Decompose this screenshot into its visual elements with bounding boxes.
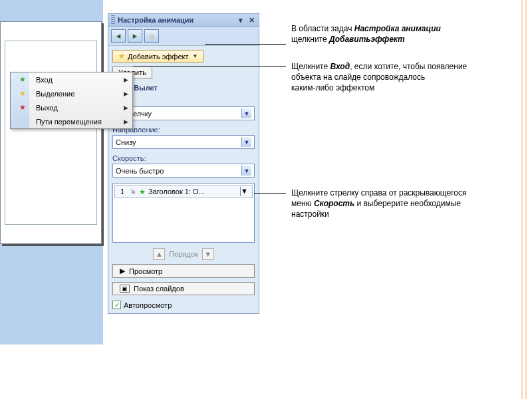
preview-button[interactable]: ▶ Просмотр [112,264,255,278]
speed-select[interactable]: Очень быстро ▼ [112,164,255,178]
star-icon: ☆ [19,117,26,126]
direction-label: Направление: [112,126,255,134]
change-effect-label: ение: Вылет [112,84,255,92]
chevron-right-icon: ▶ [124,76,128,83]
grip-icon [111,15,115,25]
star-icon: ★ [19,103,26,112]
leader-line [254,193,286,194]
annotation-2: Щелкните Вход, если хотите, чтобы появле… [291,61,504,94]
slide-thumbnail-inner [5,41,97,225]
flyout-exit[interactable]: ★ Выход ▶ [11,100,132,114]
add-effect-button[interactable]: ★ Добавить эффект ▼ [112,50,203,63]
flyout-emphasis-label: Выделение [36,90,74,98]
speed-label: Скорость: [112,154,255,162]
flyout-entry-label: Вход [36,76,53,84]
order-row: ▲ Порядок ▼ [112,248,255,260]
autopreview-row: ✓ Автопросмотр [112,301,255,309]
mouse-icon: 🖱 [130,188,136,196]
star-icon: ★ [118,52,125,61]
flyout-emphasis[interactable]: ★ Выделение ▶ [11,86,132,100]
annotation-1: В области задач Настройка анимации щелкн… [291,23,504,45]
nav-forward-button[interactable]: ► [128,29,142,43]
animation-task-pane: Настройка анимации ▾ ✕ ◄ ► ⌂ ★ Добавить … [108,13,259,314]
order-label: Порядок [169,250,198,258]
chevron-right-icon: ▶ [124,90,128,97]
slideshow-label: Показ слайдов [134,285,184,293]
leader-line [133,66,286,67]
chevron-down-icon[interactable]: ▼ [240,187,249,196]
preview-label: Просмотр [129,267,162,275]
play-icon: ▶ [120,267,125,275]
pane-title: Настройка анимации [118,16,235,24]
decor-stripe [525,0,527,399]
speed-value: Очень быстро [116,167,164,175]
direction-select[interactable]: Снизу ▼ [112,135,255,149]
autopreview-label: Автопросмотр [124,301,172,309]
list-item-number: 1 [118,188,127,196]
start-select[interactable]: По щелчку ▼ [112,106,255,120]
chevron-down-icon: ▼ [241,137,251,147]
flyout-motion[interactable]: ☆ Пути перемещения ▶ [11,114,132,128]
nav-home-button[interactable]: ⌂ [144,29,159,43]
chevron-right-icon: ▶ [124,104,128,111]
list-item[interactable]: 1 🖱 ★ Заголовок 1: О... ▼ [114,185,253,198]
direction-value: Снизу [116,138,136,146]
flyout-exit-label: Выход [36,104,58,112]
add-effect-label: Добавить эффект [128,53,188,61]
flyout-motion-label: Пути перемещения [36,118,102,126]
slideshow-icon: ▣ [120,285,130,293]
star-icon: ★ [19,89,26,98]
annotation-3: Щелкните стрелку справа от раскрывающего… [291,188,511,220]
pane-menu-button[interactable]: ▾ [236,15,245,25]
pane-close-button[interactable]: ✕ [247,15,256,25]
chevron-right-icon: ▶ [124,118,128,125]
chevron-down-icon: ▼ [192,53,198,59]
start-label: ло: [112,97,255,105]
order-up-button[interactable]: ▲ [153,248,165,260]
add-effect-flyout: ★ Вход ▶ ★ Выделение ▶ ★ Выход ▶ ☆ Пути … [10,72,133,129]
slide-thumbnail[interactable] [0,21,102,244]
star-icon: ★ [139,188,146,196]
leader-line [205,44,286,45]
autopreview-checkbox[interactable]: ✓ [112,301,121,309]
order-down-button[interactable]: ▼ [202,248,214,260]
list-item-text: Заголовок 1: О... [148,188,205,196]
effects-list[interactable]: 1 🖱 ★ Заголовок 1: О... ▼ [112,183,255,243]
slideshow-button[interactable]: ▣ Показ слайдов [112,282,255,295]
star-icon: ★ [19,75,26,84]
flyout-entry[interactable]: ★ Вход ▶ [11,72,132,86]
nav-back-button[interactable]: ◄ [111,29,126,43]
pane-header: Настройка анимации ▾ ✕ [108,14,259,27]
chevron-down-icon: ▼ [241,166,251,176]
slide-thumb-column [0,0,103,344]
pane-nav: ◄ ► ⌂ [108,27,259,46]
decor-stripe [521,0,523,399]
chevron-down-icon: ▼ [241,108,251,118]
